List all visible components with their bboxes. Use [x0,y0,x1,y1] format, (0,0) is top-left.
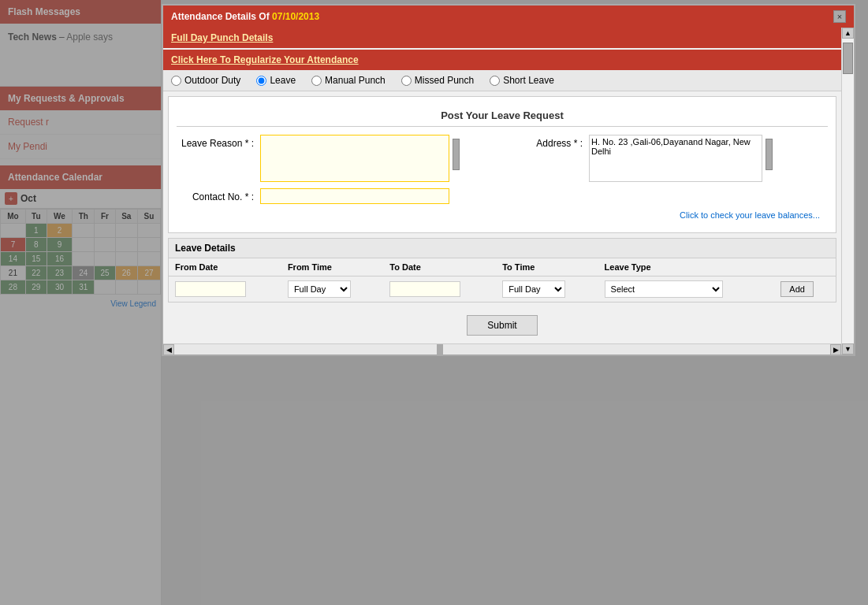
address-row: Address * : H. No. 23 ,Gali-06,Dayanand … [510,135,823,182]
to-time-select[interactable]: Full Day First Half Second Half [502,280,565,298]
to-time-cell: Full Day First Half Second Half [496,277,598,302]
col-from-time: From Time [281,258,383,277]
from-time-cell: Full Day First Half Second Half [281,277,383,302]
attendance-modal: Attendance Details Of 07/10/2013 × Full … [162,4,855,356]
leave-type-select[interactable]: Select [605,280,723,298]
v-scrollbar-thumb [843,43,853,74]
col-from-date: From Date [169,258,281,277]
submit-button[interactable]: Submit [467,315,537,336]
h-scrollbar-track [174,344,830,354]
modal-titlebar: Attendance Details Of 07/10/2013 × [163,6,854,28]
radio-short-leave-input[interactable] [490,76,500,86]
v-scroll-down-btn[interactable]: ▼ [842,343,854,354]
two-col-form: Leave Reason * : Contact No. * : [177,135,828,210]
radio-leave-input[interactable] [256,76,266,86]
radio-missed-punch-input[interactable] [401,76,412,86]
to-date-cell: 07/10/2013 [383,277,496,302]
form-title: Post Your Leave Request [177,105,828,127]
leave-form: Post Your Leave Request Leave Reason * : [168,96,836,233]
leave-type-cell: Select [598,277,775,302]
h-scrollbar-thumb [437,344,443,354]
leave-reason-textarea[interactable] [260,135,449,182]
check-balances-link[interactable]: Click to check your leave balances... [177,210,828,220]
radio-short-leave[interactable]: Short Leave [490,75,554,86]
h-scroll-left-btn[interactable]: ◀ [163,344,174,355]
leave-details-container: Leave Details From Date From Time To Dat… [168,238,836,302]
col-to-date: To Date [383,258,496,277]
submit-row: Submit [163,307,841,343]
v-scroll-up-btn[interactable]: ▲ [842,28,854,39]
leave-details-table: From Date From Time To Date To Time Leav… [169,258,836,302]
h-scrollbar: ◀ ▶ [163,343,841,354]
leave-details-header: Leave Details [169,239,836,258]
add-button[interactable]: Add [780,281,814,297]
col-leave-type: Leave Type [598,258,775,277]
h-scroll-right-btn[interactable]: ▶ [830,344,841,355]
col-to-time: To Time [496,258,598,277]
from-date-input[interactable]: 07/10/2013 [175,281,246,297]
add-btn-cell: Add [774,277,836,302]
address-textarea[interactable]: H. No. 23 ,Gali-06,Dayanand Nagar, New D… [589,135,762,182]
regularize-link[interactable]: Click Here To Regularize Your Attendance [171,54,359,65]
v-scrollbar-outer: ▲ ▼ [841,28,854,354]
radio-outdoor-duty[interactable]: Outdoor Duty [171,75,240,86]
address-scrollbar-thumb [766,139,773,170]
full-day-punch-bar: Full Day Punch Details [163,28,841,48]
radio-leave[interactable]: Leave [256,75,296,86]
radio-tabs: Outdoor Duty Leave Manual Punch Missed P… [163,70,841,91]
leave-reason-scrollbar-thumb [453,139,460,170]
radio-outdoor-duty-input[interactable] [171,76,181,86]
col-action [774,258,836,277]
radio-manual-punch-input[interactable] [311,76,322,86]
radio-manual-punch[interactable]: Manual Punch [311,75,386,86]
contact-row: Contact No. * : 9971900888 [181,188,494,204]
v-scrollbar-track [842,39,854,343]
modal-title: Attendance Details Of 07/10/2013 [171,11,319,22]
modal-title-prefix: Attendance Details Of [171,11,272,22]
modal-close-button[interactable]: × [833,10,846,23]
leave-reason-row: Leave Reason * : [181,135,494,182]
leave-details-row: 07/10/2013 Full Day First Half Second Ha… [169,277,836,302]
to-date-input[interactable]: 07/10/2013 [389,281,460,297]
address-label: Address * : [510,135,589,149]
left-col: Leave Reason * : Contact No. * : [181,135,494,210]
radio-missed-punch[interactable]: Missed Punch [401,75,474,86]
page-wrapper: Flash Messages Tech News – Apple says My… [0,0,868,605]
right-col: Address * : H. No. 23 ,Gali-06,Dayanand … [510,135,823,188]
modal-title-date: 07/10/2013 [272,11,319,22]
full-day-punch-link[interactable]: Full Day Punch Details [171,32,273,43]
from-date-cell: 07/10/2013 [169,277,281,302]
contact-input[interactable]: 9971900888 [260,188,449,204]
contact-label: Contact No. * : [181,188,260,202]
from-time-select[interactable]: Full Day First Half Second Half [288,280,351,298]
leave-reason-label: Leave Reason * : [181,135,260,149]
regularize-bar: Click Here To Regularize Your Attendance [163,50,841,70]
